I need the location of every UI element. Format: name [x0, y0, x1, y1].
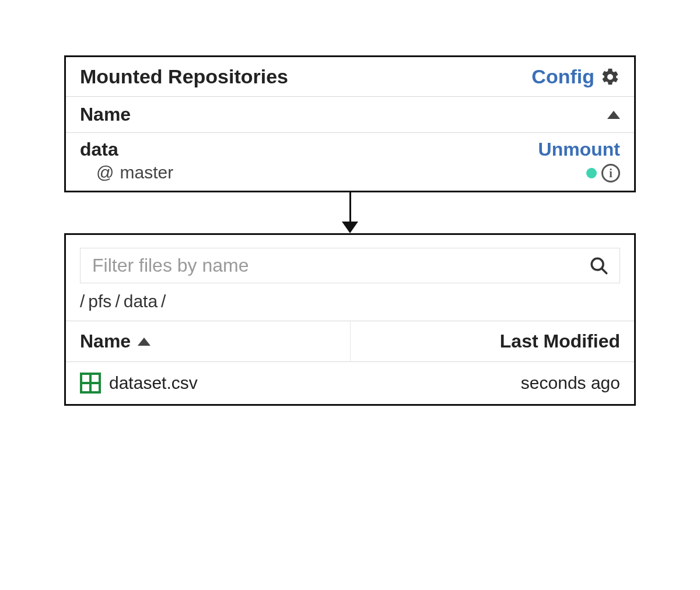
repo-status-group: i — [586, 164, 620, 182]
svg-line-1 — [602, 268, 607, 273]
repo-branch: @ master — [80, 163, 173, 182]
breadcrumb[interactable]: / pfs / data / — [66, 287, 634, 321]
file-browser-panel: / pfs / data / Name Last Modified — [64, 233, 636, 406]
repo-info: data @ master — [80, 139, 173, 182]
filter-box — [80, 248, 620, 283]
status-dot-icon — [586, 168, 597, 178]
breadcrumb-part: / — [80, 292, 85, 311]
filter-input[interactable] — [91, 254, 589, 277]
breadcrumb-part: / — [115, 292, 120, 311]
repo-name: data — [80, 139, 173, 160]
repo-actions: Unmount i — [538, 139, 620, 182]
repo-branch-name: master — [120, 163, 173, 182]
file-table-header-row: Name Last Modified — [66, 321, 634, 362]
breadcrumb-part: / — [161, 292, 166, 311]
unmount-button[interactable]: Unmount — [538, 139, 620, 160]
csv-file-icon — [80, 373, 101, 394]
flow-arrow — [64, 192, 636, 233]
mounted-repos-panel: Mounted Repositories Config Name data @ … — [64, 55, 636, 192]
repo-row: data @ master Unmount i — [66, 133, 634, 191]
config-label: Config — [531, 65, 594, 88]
breadcrumb-part: pfs — [88, 292, 111, 311]
file-cell[interactable]: dataset.csv — [80, 373, 336, 394]
file-row[interactable]: dataset.csv seconds ago — [66, 362, 634, 405]
breadcrumb-part: data — [124, 292, 158, 311]
filter-wrap — [66, 235, 634, 287]
file-modified-header[interactable]: Last Modified — [350, 321, 634, 362]
file-name-header-label: Name — [80, 331, 131, 352]
config-button[interactable]: Config — [531, 65, 620, 88]
file-modified: seconds ago — [521, 373, 620, 392]
sort-asc-icon — [138, 338, 150, 346]
arrow-line — [349, 192, 351, 222]
name-column-header: Name — [80, 104, 131, 125]
info-icon[interactable]: i — [601, 164, 620, 182]
file-name: dataset.csv — [109, 373, 198, 393]
gear-icon — [600, 67, 620, 87]
search-icon[interactable] — [589, 256, 609, 276]
sort-asc-icon — [607, 111, 620, 119]
file-name-header[interactable]: Name — [66, 321, 350, 362]
file-table: Name Last Modified dataset.csv — [66, 321, 634, 404]
file-modified-header-label: Last Modified — [500, 331, 620, 352]
panel-title: Mounted Repositories — [80, 65, 288, 88]
panel-title-row: Mounted Repositories Config — [66, 57, 634, 97]
at-sign: @ — [96, 163, 114, 182]
repos-header-row[interactable]: Name — [66, 97, 634, 133]
arrow-head-icon — [342, 222, 358, 233]
